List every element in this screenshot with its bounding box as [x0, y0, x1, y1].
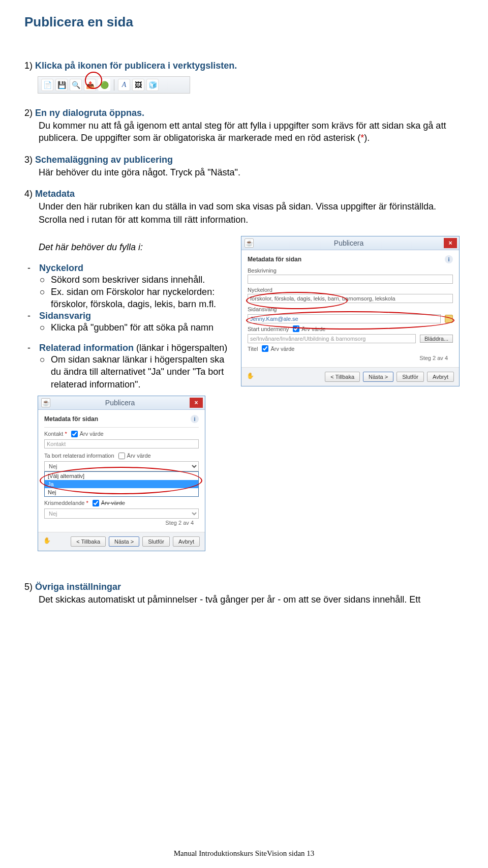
- module-icon: 🧊: [146, 79, 159, 91]
- sidansvarig-term: Sidansvarig Klicka på "gubben" för att s…: [37, 311, 233, 334]
- step-4-body: Under den här rubriken kan du ställa in …: [39, 200, 464, 213]
- step-number: 1): [24, 61, 33, 71]
- titel-label: Titel: [248, 346, 258, 352]
- preview-icon: 🔍: [70, 79, 82, 91]
- step-4-body2: Scrolla ned i rutan för att komma till r…: [39, 214, 464, 226]
- step-5-body: Det skickas automatiskt ut påminnelser -…: [39, 593, 464, 606]
- step-2-body: Du kommer nu att få gå igenom ett antal …: [39, 119, 464, 144]
- status-dot-icon: 🟢: [98, 79, 110, 91]
- kontakt-input[interactable]: [44, 439, 199, 448]
- save-icon: 💾: [55, 79, 68, 91]
- sidansvarig-input[interactable]: [248, 314, 441, 323]
- back-button[interactable]: < Tillbaka: [71, 536, 106, 547]
- dialog-section-title: Metadata för sidan: [44, 415, 98, 423]
- page-title: Publicera en sida: [24, 14, 464, 30]
- tabort-label: Ta bort relaterad information: [44, 453, 114, 459]
- dropdown-option-selected[interactable]: Ja: [45, 480, 198, 488]
- tabort-select[interactable]: Nej: [44, 461, 199, 471]
- info-icon[interactable]: i: [445, 255, 453, 263]
- nyckelord-label: Nyckelord: [248, 287, 453, 293]
- krism-select[interactable]: Nej: [44, 508, 199, 519]
- java-icon: ☕: [245, 238, 254, 248]
- step-4: 4) Metadata: [24, 189, 464, 199]
- step-label: Klicka på ikonen för publicera i verktyg…: [35, 61, 237, 71]
- text-icon: A: [118, 79, 130, 91]
- close-icon[interactable]: ×: [190, 398, 203, 408]
- close-icon[interactable]: ×: [444, 238, 457, 248]
- browse-button[interactable]: Bläddra...: [420, 335, 453, 343]
- image-icon: 🖼: [132, 79, 144, 91]
- new-page-icon: 📄: [41, 79, 53, 91]
- next-button[interactable]: Nästa >: [363, 372, 393, 382]
- sidansvarig-desc-1: Klicka på "gubben" för att söka på namn: [51, 321, 233, 334]
- nyckelord-desc-2: Ex. sidan om Förskolor har nyckelorden: …: [51, 286, 233, 311]
- nyckelord-desc-1: Sökord som beskriver sidans innehåll.: [51, 274, 233, 286]
- need-fill-heading: Det här behöver du fylla i:: [39, 242, 143, 252]
- arv-titel-checkbox[interactable]: [262, 345, 268, 352]
- step-indicator: Steg 2 av 4: [44, 519, 199, 527]
- back-button[interactable]: < Tillbaka: [325, 372, 360, 382]
- hand-icon: ✋: [247, 372, 256, 381]
- publish-icon: 📤: [84, 79, 96, 91]
- dropdown-option[interactable]: [Välj alternativ]: [45, 472, 198, 480]
- start-undermeny-input[interactable]: [248, 334, 416, 343]
- tabort-dropdown-open[interactable]: [Välj alternativ] Ja Nej: [44, 471, 199, 497]
- java-icon: ☕: [41, 398, 50, 407]
- finish-button[interactable]: Slutför: [396, 372, 424, 382]
- step-3-body: Här behöver du inte göra något. Tryck på…: [39, 166, 464, 178]
- publish-dialog-1: ☕ Publicera × Metadata för sidan i Beskr…: [241, 236, 460, 386]
- step-2: 2) En ny dialogruta öppnas.: [24, 108, 464, 118]
- step-3: 3) Schemaläggning av publicering: [24, 155, 464, 165]
- start-undermeny-label: Start undermeny: [248, 326, 289, 332]
- beskrivning-input[interactable]: [248, 275, 453, 284]
- dialog-title: Publicera: [254, 239, 444, 247]
- arv-kontakt-checkbox[interactable]: [71, 431, 78, 437]
- kontakt-label: Kontakt: [44, 431, 63, 437]
- arv-start-checkbox[interactable]: [293, 325, 299, 332]
- user-picker-icon[interactable]: [445, 315, 453, 323]
- relaterad-term: Relaterad information (länkar i högerspa…: [37, 343, 233, 391]
- dropdown-option[interactable]: Nej: [45, 488, 198, 496]
- dialog-title: Publicera: [50, 399, 190, 407]
- cancel-button[interactable]: Avbryt: [173, 536, 200, 547]
- beskrivning-label: Beskrivning: [248, 267, 453, 274]
- dialog-section-title: Metadata för sidan: [248, 256, 301, 263]
- krismeddelande-label: Krismeddelande: [44, 500, 85, 506]
- relaterad-desc-1: Om sidan saknar länkar i högerspalten sk…: [51, 353, 233, 391]
- nyckelord-input[interactable]: [248, 294, 453, 303]
- nyckelord-term: Nyckelord Sökord som beskriver sidans in…: [37, 263, 233, 311]
- arv-krism-checkbox[interactable]: [93, 500, 99, 506]
- cancel-button[interactable]: Avbryt: [427, 372, 454, 382]
- step-1: 1) Klicka på ikonen för publicera i verk…: [24, 61, 464, 71]
- toolbar-screenshot: 📄 💾 🔍 📤 🟢 A 🖼 🧊: [38, 76, 190, 94]
- info-icon[interactable]: i: [191, 415, 199, 423]
- publish-dialog-2: ☕ Publicera × Metadata för sidan i Konta…: [38, 396, 205, 551]
- page-footer: Manual Introduktionskurs SiteVision sida…: [0, 849, 488, 858]
- separator: [114, 79, 114, 91]
- hand-icon: ✋: [43, 537, 52, 546]
- step-5: 5) Övriga inställningar: [24, 582, 464, 592]
- arv-tabort-checkbox[interactable]: [118, 453, 125, 459]
- next-button[interactable]: Nästa >: [109, 536, 139, 547]
- finish-button[interactable]: Slutför: [142, 536, 170, 547]
- sidansvarig-label: Sidansvarig: [248, 306, 453, 312]
- step-indicator: Steg 2 av 4: [248, 354, 453, 362]
